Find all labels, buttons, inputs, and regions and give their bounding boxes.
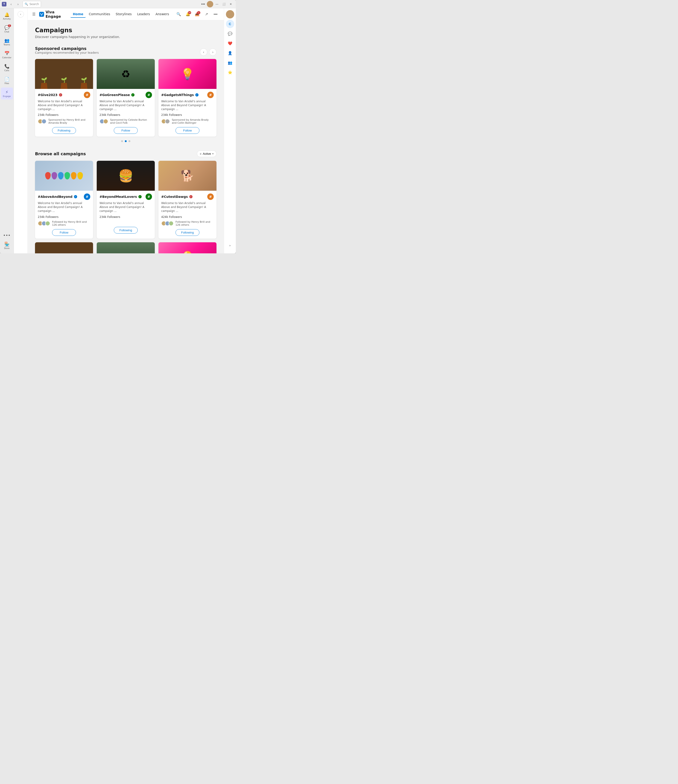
right-icon-btn-6[interactable]: ⭐ [226,68,234,76]
minimize-button[interactable]: — [214,1,220,7]
hash-badge-cutestdawgs: # [207,193,214,200]
card-action-beyondmeatlovers: Following [100,227,152,233]
sidebar-item-calls[interactable]: 📞 Calls [1,62,13,74]
balloon-yellow [78,172,83,179]
verified-icon-gogreenplease: ✓ [131,93,134,96]
verified-icon-aboveandbeyond: ✓ [74,195,77,198]
sidebar-item-store[interactable]: 🏪 Store [1,240,13,252]
pagination-dot-2[interactable] [125,140,127,142]
hash-badge-gadgetsnthings: # [207,92,214,98]
right-icon-btn-5[interactable]: 👥 [226,59,234,67]
sidebar-item-activity[interactable]: 🔔 Activity [1,10,13,22]
balloon-red [45,172,51,179]
sidebar-item-engage[interactable]: ⚡ Engage [1,87,13,100]
hash-badge-aboveandbeyond: # [84,193,90,200]
chevron-down-icon: ▾ [212,152,213,155]
nav-link-home[interactable]: Home [70,11,86,18]
nav-link-storylines[interactable]: Storylines [113,11,134,18]
nav-inbox-button[interactable]: 📥 1 [193,11,201,18]
trash-image-icon-2: ♻️ [121,251,130,254]
following-button-give2023[interactable]: Following [52,127,76,134]
campaign-card-aboveandbeyond: #AboveAndBeyond ✓ # Welcome to Van Arsde… [35,161,93,238]
sidebar-item-calendar[interactable]: 📅 Calendar [1,49,13,61]
nav-search-button[interactable]: 🔍 [175,11,182,18]
nav-link-communities[interactable]: Communities [87,11,113,18]
nav-forward-button[interactable]: › [15,1,21,7]
card-followers-gogreenplease: 234k Followers [100,113,152,117]
nav-link-leaders[interactable]: Leaders [135,11,152,18]
sponsor-text-gogreenplease: Sponsored by Celeste Burton and Cecil Fo… [110,118,152,124]
following-button-cutestdawgs[interactable]: Following [176,229,200,236]
sidebar-item-teams[interactable]: 👥 Teams [1,36,13,48]
teams-logo-icon: T [2,2,6,6]
right-icon-btn-2[interactable]: 💬 [226,30,234,38]
title-bar-search[interactable]: 🔍 Search [23,1,41,7]
chat-badge: 1 [8,25,11,27]
sponsor-avatar-2-give2023 [42,119,47,124]
card-title-gadgetsnthings: #GadgetsNThings ✓ [161,93,199,97]
sponsored-prev-button[interactable]: ‹ [200,48,207,56]
sponsored-next-button[interactable]: › [209,48,216,56]
right-collapse-button[interactable]: › [226,241,234,250]
card-image-cutestdawgs: 🐕 [159,161,216,191]
card-image-give2023-2: 🌱 🌱 [35,242,93,254]
card-action-give2023: Following [38,127,90,134]
card-title-text-gadgetsnthings: #GadgetsNThings [161,93,194,97]
maximize-button[interactable]: ⬜ [221,1,227,7]
nav-more-icon: ••• [214,12,218,16]
card-title-cutestdawgs: #CutestDawgs ✓ [161,195,193,199]
follow-button-gogreenplease[interactable]: Follow [114,127,138,134]
card-followers-gadgetsnthings: 234k Followers [161,113,214,117]
sponsor-avatars-gadgetsnthings [161,119,169,124]
card-title-row-give2023: #Give2023 ✓ # [38,92,90,98]
nav-more-button[interactable]: ••• [212,11,219,18]
follow-button-gadgetsnthings[interactable]: Follow [176,127,199,134]
sponsor-avatars-cutestdawgs [161,221,172,226]
sponsored-section-desc: Campaigns recommended by your leaders [35,51,99,54]
nav-back-button[interactable]: ‹ [8,1,14,7]
sponsored-section-nav: ‹ › [200,48,216,56]
card-image-gogreenplease: ♻️ [97,59,155,89]
engage-icon: ⚡ [5,90,8,95]
sponsored-section: Sponsored campaigns Campaigns recommende… [35,46,216,142]
scrollable-content[interactable]: Campaigns Discover campaigns happening i… [28,20,224,254]
right-icon-heart: ❤️ [228,41,232,46]
card-title-text-beyondmeatlovers: #BeyondMeatLovers [100,195,137,199]
sidebar-more-icon[interactable]: ••• [3,233,11,238]
card-title-text-cutestdawgs: #CutestDawgs [161,195,188,199]
sidebar-item-files[interactable]: 📄 Files [1,75,13,87]
card-title-text-aboveandbeyond: #AboveAndBeyond [38,195,73,199]
card-title-gogreenplease: #GoGreenPlease ✓ [100,93,134,97]
nav-link-answers[interactable]: Answers [153,11,171,18]
nav-bell-button[interactable]: 🔔 10 [184,11,191,18]
sponsored-section-header: Sponsored campaigns Campaigns recommende… [35,46,216,58]
close-button[interactable]: ✕ [227,1,234,7]
user-profile-avatar[interactable] [207,1,213,7]
right-icon-btn-4[interactable]: 👤 [226,49,234,57]
balloon-orange [71,172,76,179]
right-icon-btn-1[interactable]: C [226,20,234,28]
pagination-dot-1[interactable] [121,140,123,142]
collapse-sidebar-button[interactable]: ‹ [17,11,24,17]
sidebar-item-chat[interactable]: 1 💬 Chat [1,23,13,35]
card-title-row-aboveandbeyond: #AboveAndBeyond ✓ # [38,193,90,200]
nav-share-button[interactable]: ↗ [203,11,210,18]
sponsored-pagination [35,140,216,142]
card-desc-beyondmeatlovers: Welcome to Van Arsdel's annual Above and… [100,201,152,213]
more-options-button[interactable]: ••• [200,1,206,7]
hamburger-icon[interactable]: ☰ [32,12,36,16]
following-button-beyondmeatlovers[interactable]: Following [114,227,138,233]
sponsor-avatar-3-aboveandbeyond [45,221,50,226]
card-followers-give2023: 234k Followers [38,113,90,117]
active-filter-button[interactable]: ≡ Active ▾ [197,150,216,157]
filter-label: Active [203,152,211,156]
verified-icon-give2023: ✓ [59,93,62,96]
activity-label: Activity [3,18,11,20]
teams-icon-sidebar: 👥 [5,38,9,43]
follow-button-aboveandbeyond[interactable]: Follow [52,229,76,236]
card-body-gadgetsnthings: #GadgetsNThings ✓ # Welcome to Van Arsde… [159,89,216,137]
card-action-cutestdawgs: Following [161,229,214,236]
right-icon-btn-3[interactable]: ❤️ [226,39,234,47]
right-sidebar-profile-avatar[interactable] [226,10,234,19]
pagination-dot-3[interactable] [129,140,131,142]
